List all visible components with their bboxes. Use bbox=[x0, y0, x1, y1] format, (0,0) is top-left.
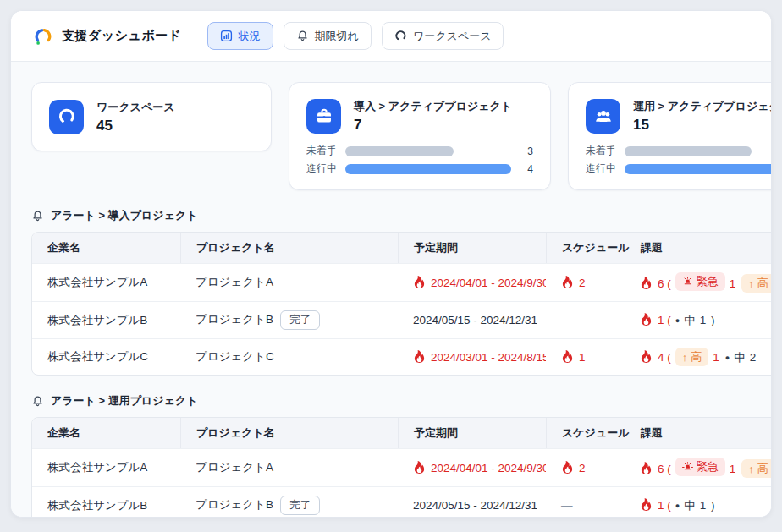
company-cell: 株式会社サンプルB bbox=[32, 486, 180, 518]
flame-icon bbox=[413, 277, 431, 289]
stat-label: 導入 > アクティブプロジェクト bbox=[354, 99, 512, 114]
bell-icon bbox=[296, 30, 309, 42]
tab-workspace[interactable]: ワークスペース bbox=[382, 22, 504, 50]
tab-overdue[interactable]: 期限切れ bbox=[284, 22, 372, 50]
schedule-cell: 2 bbox=[546, 263, 625, 301]
dot-icon: ● bbox=[675, 316, 680, 325]
bar-label: 進行中 bbox=[586, 162, 625, 176]
severity-badge-high: ↑高 bbox=[741, 459, 772, 478]
flame-icon bbox=[640, 499, 658, 512]
schedule-text: 2 bbox=[579, 277, 586, 289]
period-cell: 2024/03/01 - 2024/8/15 bbox=[398, 338, 546, 375]
project-name: プロジェクトA bbox=[196, 276, 273, 288]
stat-label: 運用 > アクティブプロジェクト bbox=[633, 99, 772, 114]
stat-cards-row: ワークスペース45 導入 > アクティブプロジェクト7未着手3進行中4 運用 >… bbox=[31, 82, 772, 190]
severity-badge-urgent: 緊急 bbox=[675, 458, 725, 476]
company-cell: 株式会社サンプルC bbox=[32, 338, 180, 375]
issues-cell: 6 ( 緊急1↑高 bbox=[625, 448, 772, 486]
status-badge: 完了 bbox=[280, 496, 320, 515]
severity-count: 1 bbox=[700, 499, 707, 512]
severity-mid: ●中 bbox=[675, 499, 696, 512]
schedule-text: 1 bbox=[579, 351, 586, 364]
table-row[interactable]: 株式会社サンプルBプロジェクトB完了2024/05/15 - 2024/12/3… bbox=[32, 301, 772, 338]
bar-row: 未着手 bbox=[586, 145, 772, 157]
bell-icon bbox=[31, 210, 44, 222]
period-cell: 2024/05/15 - 2024/12/31 bbox=[398, 486, 546, 518]
tab-label: ワークスペース bbox=[413, 29, 492, 44]
bar-value: 3 bbox=[520, 145, 533, 157]
alert-table-1: 企業名プロジェクト名予定期間スケジュール課題株式会社サンプルAプロジェクトA 2… bbox=[31, 417, 772, 518]
flame-icon bbox=[561, 351, 579, 364]
arrow-up-icon: ↑ bbox=[682, 351, 688, 364]
project-cell: プロジェクトA bbox=[180, 448, 398, 486]
stat-card-0[interactable]: ワークスペース45 bbox=[31, 82, 272, 151]
tab-label: 状況 bbox=[239, 29, 261, 44]
dot-icon: ● bbox=[675, 502, 680, 510]
section-title-text: アラート > 導入プロジェクト bbox=[51, 208, 198, 223]
flame-icon bbox=[561, 277, 579, 289]
flame-icon bbox=[640, 277, 658, 290]
stat-card-header: 運用 > アクティブプロジェクト15 bbox=[586, 99, 772, 134]
bar-pill bbox=[625, 164, 772, 174]
schedule-cell: — bbox=[546, 301, 625, 338]
stat-card-1[interactable]: 導入 > アクティブプロジェクト7未着手3進行中4 bbox=[289, 82, 551, 190]
flame-icon bbox=[640, 314, 658, 326]
flame-icon bbox=[640, 351, 658, 364]
project-name: プロジェクトB bbox=[196, 498, 273, 511]
siren-icon bbox=[682, 277, 693, 288]
project-cell: プロジェクトB完了 bbox=[180, 486, 398, 518]
stat-texts: 導入 > アクティブプロジェクト7 bbox=[354, 99, 512, 134]
alert-table-0: 企業名プロジェクト名予定期間スケジュール課題株式会社サンプルAプロジェクトA 2… bbox=[31, 232, 772, 376]
severity-mid: ●中 bbox=[725, 351, 746, 364]
column-header: 企業名 bbox=[32, 233, 180, 263]
stat-bars: 未着手3進行中4 bbox=[306, 145, 533, 175]
issues-cell: 1 (●中1 ) bbox=[625, 486, 772, 518]
schedule-cell: 1 bbox=[546, 338, 625, 375]
section-title-text: アラート > 運用プロジェクト bbox=[51, 393, 198, 409]
bar-row: 進行中 bbox=[586, 162, 772, 175]
column-header: 課題 bbox=[625, 233, 772, 263]
severity-count: 1 bbox=[730, 277, 736, 290]
issues-cell: 1 (●中1 ) bbox=[625, 301, 772, 338]
flame-icon bbox=[640, 463, 658, 475]
top-bar: 支援ダッシュボード 状況 期限切れ ワークスペース bbox=[11, 11, 771, 62]
table-row[interactable]: 株式会社サンプルCプロジェクトC 2024/03/01 - 2024/8/15 … bbox=[32, 338, 772, 375]
project-cell: プロジェクトC bbox=[180, 338, 398, 375]
flame-icon bbox=[561, 462, 579, 474]
bell-icon bbox=[31, 395, 44, 408]
schedule-cell: — bbox=[546, 486, 625, 518]
period-text: 2024/03/01 - 2024/8/15 bbox=[431, 351, 546, 364]
issues-cell: 6 ( 緊急1↑高 bbox=[625, 263, 772, 301]
users-icon bbox=[586, 99, 620, 134]
issues-count: 6 ( bbox=[658, 463, 671, 475]
column-header: スケジュール bbox=[546, 418, 625, 448]
bar-label: 未着手 bbox=[306, 144, 345, 158]
table-row[interactable]: 株式会社サンプルAプロジェクトA 2024/04/01 - 2024/9/30 … bbox=[32, 263, 772, 301]
section-title-0: アラート > 導入プロジェクト bbox=[31, 208, 771, 223]
issues-count: 4 ( bbox=[658, 351, 671, 364]
tab-status[interactable]: 状況 bbox=[207, 22, 273, 50]
company-cell: 株式会社サンプルA bbox=[32, 263, 180, 301]
issues-count: 1 ( bbox=[658, 314, 671, 326]
stat-value: 7 bbox=[354, 117, 512, 134]
bar-pill bbox=[345, 164, 511, 174]
schedule-text: 2 bbox=[579, 462, 586, 474]
column-header: スケジュール bbox=[546, 233, 625, 263]
stat-texts: ワークスペース45 bbox=[96, 100, 175, 134]
table-row[interactable]: 株式会社サンプルAプロジェクトA 2024/04/01 - 2024/9/30 … bbox=[32, 448, 772, 486]
sync-icon bbox=[394, 30, 407, 42]
period-text: 2024/04/01 - 2024/9/30 bbox=[431, 277, 546, 289]
severity-count: 1 bbox=[730, 463, 736, 475]
column-header: プロジェクト名 bbox=[180, 418, 398, 448]
table-row[interactable]: 株式会社サンプルBプロジェクトB完了2024/05/15 - 2024/12/3… bbox=[32, 486, 772, 518]
bar-label: 進行中 bbox=[306, 162, 345, 176]
bar-row: 進行中4 bbox=[306, 162, 533, 175]
stat-card-header: 導入 > アクティブプロジェクト7 bbox=[306, 99, 533, 134]
stat-texts: 運用 > アクティブプロジェクト15 bbox=[633, 99, 772, 134]
stat-card-2[interactable]: 運用 > アクティブプロジェクト15未着手進行中 bbox=[568, 82, 772, 190]
company-cell: 株式会社サンプルB bbox=[32, 301, 180, 338]
issues-count: 1 ( bbox=[658, 499, 671, 512]
stat-label: ワークスペース bbox=[96, 100, 175, 115]
bar-label: 未着手 bbox=[586, 144, 625, 158]
section-title-1: アラート > 運用プロジェクト bbox=[31, 393, 771, 409]
